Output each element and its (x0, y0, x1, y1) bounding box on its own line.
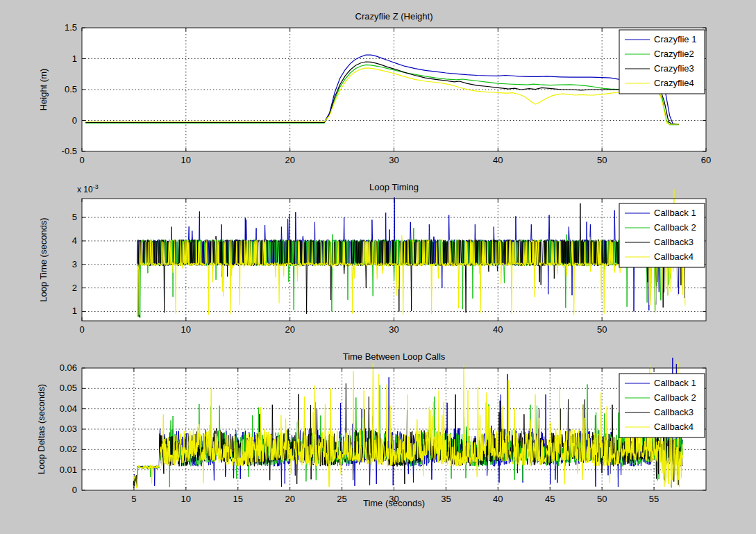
legend-label: Crazyflie4 (654, 78, 694, 88)
y-tick-label: 0.5 (65, 84, 77, 94)
y-tick-label: 0.03 (60, 424, 77, 434)
x-tick-label: 40 (493, 324, 503, 335)
matlab-figure: 0102030405060-0.500.511.5Crazyflie 1Craz… (0, 0, 756, 534)
legend-label: Callback 2 (654, 392, 696, 403)
y-tick-label: 3 (72, 259, 77, 269)
height-plot-ylabel: Height (m) (38, 69, 49, 111)
legend-label: Callback3 (654, 237, 694, 247)
exponent-prefix: x 10 (77, 185, 93, 194)
x-tick-label: 20 (285, 155, 294, 165)
y-tick-label: 0.06 (60, 362, 77, 373)
y-tick-label: 0.04 (60, 403, 77, 414)
y-tick-label: 0 (72, 115, 77, 126)
y-tick-label: 1.5 (65, 22, 77, 33)
y-tick-label: -0.5 (62, 146, 77, 156)
legend-label: Callback 2 (654, 222, 696, 233)
loop-timing-plot: 0102030405012345Callback 1Callback 2Call… (72, 190, 706, 335)
loop-timing-ylabel: Loop Time (seconds) (38, 217, 49, 301)
legend-label: Crazyflie3 (654, 63, 694, 74)
legend-label: Callback 1 (654, 378, 696, 388)
exponent-power: -3 (93, 183, 99, 190)
x-tick-label: 50 (597, 324, 607, 335)
x-tick-label: 0 (79, 324, 84, 335)
legend-label: Crazyflie2 (654, 49, 694, 59)
x-tick-label: 10 (181, 155, 191, 165)
legend-label: Callback4 (654, 251, 694, 262)
legend: Crazyflie 1Crazyflie2Crazyflie3Crazyflie… (619, 30, 705, 94)
x-tick-label: 60 (701, 155, 711, 165)
y-tick-label: 4 (72, 235, 77, 246)
x-tick-label: 20 (285, 324, 294, 335)
x-tick-label: 50 (597, 155, 607, 165)
y-tick-label: 0.01 (60, 465, 77, 475)
loop-deltas-ylabel: Loop Deltas (seconds) (36, 384, 47, 474)
loop-deltas-xlabel: Time (seconds) (82, 498, 706, 508)
x-tick-label: 0 (79, 155, 84, 165)
y-tick-label: 1 (72, 53, 77, 64)
legend: Callback 1Callback 2Callback3Callback4 (619, 374, 705, 437)
loop-timing-title: Loop Timing (82, 182, 706, 192)
loop-timing-y-exponent: x 10-3 (77, 183, 99, 194)
y-tick-label: 1 (72, 306, 77, 316)
y-tick-label: 2 (72, 283, 77, 293)
loop-deltas-title: Time Between Loop Calls (82, 351, 706, 362)
legend-label: Callback4 (654, 422, 694, 432)
height-plot-title: Crazyflie Z (Height) (82, 11, 706, 22)
legend-label: Callback 1 (654, 208, 696, 218)
x-tick-label: 40 (493, 155, 503, 165)
loop-deltas-plot: 51015202530354045505500.010.020.030.040.… (60, 358, 706, 504)
plots-canvas: 0102030405060-0.500.511.5Crazyflie 1Craz… (0, 0, 756, 534)
x-tick-label: 10 (181, 324, 191, 335)
y-tick-label: 0.05 (60, 383, 77, 393)
y-tick-label: 0 (72, 485, 77, 495)
x-tick-label: 30 (389, 155, 398, 165)
x-tick-label: 30 (389, 324, 398, 335)
legend-label: Crazyflie 1 (654, 34, 696, 44)
y-tick-label: 5 (72, 212, 77, 222)
legend-label: Callback3 (654, 407, 694, 417)
legend: Callback 1Callback 2Callback3Callback4 (619, 203, 705, 267)
height-plot: 0102030405060-0.500.511.5Crazyflie 1Craz… (62, 22, 712, 165)
y-tick-label: 0.02 (60, 444, 77, 454)
